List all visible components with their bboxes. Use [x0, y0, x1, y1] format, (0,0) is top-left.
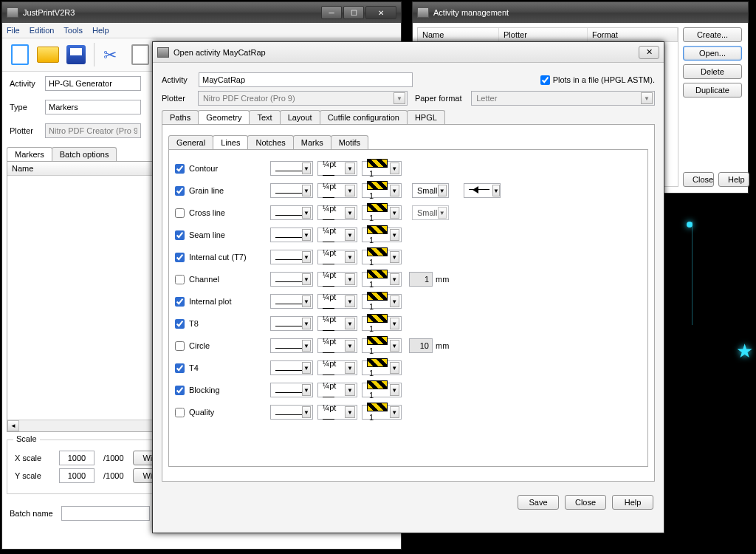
menu-help[interactable]: Help — [92, 26, 109, 35]
weight-select[interactable]: ¼pt▼ — [317, 228, 357, 242]
line-checkbox[interactable] — [175, 297, 185, 307]
modal-save-button[interactable]: Save — [518, 495, 559, 510]
color-select[interactable]: 1▼ — [362, 228, 402, 242]
mm-field[interactable] — [409, 338, 433, 353]
new-button[interactable] — [7, 41, 33, 68]
subtab-notches[interactable]: Notches — [247, 135, 293, 149]
dash-select[interactable]: ▼ — [270, 383, 313, 397]
subtab-lines[interactable]: Lines — [213, 135, 248, 149]
color-select[interactable]: 1▼ — [362, 205, 402, 220]
modal-close-icon[interactable]: ✕ — [639, 46, 659, 59]
dash-select[interactable]: ▼ — [270, 272, 313, 287]
line-checkbox[interactable] — [175, 408, 185, 417]
small-select[interactable]: Small▼ — [412, 205, 449, 220]
modal-help-button[interactable]: Help — [612, 495, 653, 510]
line-checkbox[interactable] — [175, 164, 185, 174]
line-checkbox[interactable] — [175, 208, 185, 218]
weight-select[interactable]: ¼pt▼ — [317, 360, 357, 375]
scroll-left[interactable]: ◄ — [7, 420, 19, 431]
main-titlebar[interactable]: JustPrintV2R3 ─ ☐ ✕ — [2, 2, 401, 23]
save-button[interactable] — [63, 41, 89, 68]
maximize-button[interactable]: ☐ — [343, 6, 364, 19]
weight-select[interactable]: ¼pt▼ — [317, 161, 357, 176]
create-button[interactable]: Create... — [683, 27, 742, 42]
open-button[interactable]: Open... — [683, 46, 742, 61]
dash-select[interactable]: ▼ — [270, 161, 313, 176]
weight-select[interactable]: ¼pt▼ — [317, 250, 357, 264]
color-select[interactable]: 1▼ — [362, 183, 402, 198]
color-select[interactable]: 1▼ — [362, 405, 402, 420]
modal-tab-geometry[interactable]: Geometry — [198, 110, 250, 124]
col-plotter[interactable]: Plotter — [499, 28, 588, 41]
open-button[interactable] — [35, 41, 61, 68]
menu-tools[interactable]: Tools — [63, 26, 83, 35]
plots-checkbox[interactable] — [540, 75, 550, 85]
tab-markers[interactable]: Markers — [7, 147, 52, 161]
subtab-general[interactable]: General — [168, 135, 213, 149]
xscale-field[interactable] — [59, 451, 94, 465]
dash-select[interactable]: ▼ — [270, 360, 313, 375]
yscale-field[interactable] — [59, 468, 94, 483]
subtab-marks[interactable]: Marks — [293, 135, 331, 149]
dash-select[interactable]: ▼ — [270, 250, 313, 264]
modal-tab-layout[interactable]: Layout — [280, 110, 320, 124]
color-select[interactable]: 1▼ — [362, 161, 402, 176]
activity-field[interactable] — [45, 76, 141, 91]
weight-select[interactable]: ¼pt▼ — [317, 338, 357, 353]
paste-button[interactable] — [127, 41, 154, 68]
type-field[interactable] — [45, 100, 141, 114]
color-select[interactable]: 1▼ — [362, 294, 402, 309]
dash-select[interactable]: ▼ — [270, 183, 313, 198]
weight-select[interactable]: ¼pt▼ — [317, 294, 357, 309]
weight-select[interactable]: ¼pt▼ — [317, 383, 357, 397]
modal-plotter-select[interactable]: Nitro PDF Creator (Pro 9)▼ — [198, 91, 408, 106]
col-format[interactable]: Format — [588, 28, 678, 41]
color-select[interactable]: 1▼ — [362, 383, 402, 397]
cut-button[interactable]: ✂ — [99, 41, 126, 68]
color-select[interactable]: 1▼ — [362, 272, 402, 287]
dash-select[interactable]: ▼ — [270, 294, 313, 309]
color-select[interactable]: 1▼ — [362, 338, 402, 353]
line-checkbox[interactable] — [175, 319, 185, 329]
dash-select[interactable]: ▼ — [270, 228, 313, 242]
close-button[interactable]: ✕ — [365, 6, 396, 19]
mm-field[interactable] — [409, 272, 433, 287]
modal-activity-field[interactable] — [199, 72, 413, 87]
arrow-select[interactable]: ▼ — [464, 183, 501, 198]
color-select[interactable]: 1▼ — [362, 250, 402, 264]
dash-select[interactable]: ▼ — [270, 405, 313, 420]
paper-format-select[interactable]: Letter▼ — [471, 91, 655, 106]
line-checkbox[interactable] — [175, 275, 185, 284]
weight-select[interactable]: ¼pt▼ — [317, 183, 357, 198]
menu-file[interactable]: File — [7, 26, 20, 35]
small-select[interactable]: Small▼ — [412, 183, 449, 198]
subtab-motifs[interactable]: Motifs — [331, 135, 368, 149]
tab-batch[interactable]: Batch options — [52, 147, 117, 161]
line-checkbox[interactable] — [175, 230, 185, 240]
col-name[interactable]: Name — [418, 28, 499, 41]
line-checkbox[interactable] — [175, 386, 185, 395]
line-checkbox[interactable] — [175, 253, 185, 262]
batch-name-field[interactable] — [61, 506, 150, 521]
line-checkbox[interactable] — [175, 186, 185, 196]
modal-tab-cutfile-configuration[interactable]: Cutfile configuration — [320, 110, 408, 124]
line-checkbox[interactable] — [175, 341, 185, 351]
duplicate-button[interactable]: Duplicate — [683, 83, 742, 98]
weight-select[interactable]: ¼pt▼ — [317, 405, 357, 420]
minimize-button[interactable]: ─ — [321, 6, 342, 19]
dash-select[interactable]: ▼ — [270, 338, 313, 353]
modal-close-button[interactable]: Close — [565, 495, 606, 510]
color-select[interactable]: 1▼ — [362, 316, 402, 331]
mgmt-titlebar[interactable]: Activity management — [413, 2, 748, 23]
line-checkbox[interactable] — [175, 363, 185, 373]
mgmt-help-button[interactable]: Help — [718, 172, 749, 187]
menu-edition[interactable]: Edition — [30, 26, 55, 35]
modal-titlebar[interactable]: Open activity MayCatRap ✕ — [153, 42, 664, 63]
dash-select[interactable]: ▼ — [270, 205, 313, 220]
mgmt-close-button[interactable]: Close — [683, 172, 714, 187]
weight-select[interactable]: ¼pt▼ — [317, 205, 357, 220]
modal-tab-text[interactable]: Text — [249, 110, 280, 124]
modal-tab-paths[interactable]: Paths — [162, 110, 199, 124]
weight-select[interactable]: ¼pt▼ — [317, 316, 357, 331]
delete-button[interactable]: Delete — [683, 64, 742, 79]
